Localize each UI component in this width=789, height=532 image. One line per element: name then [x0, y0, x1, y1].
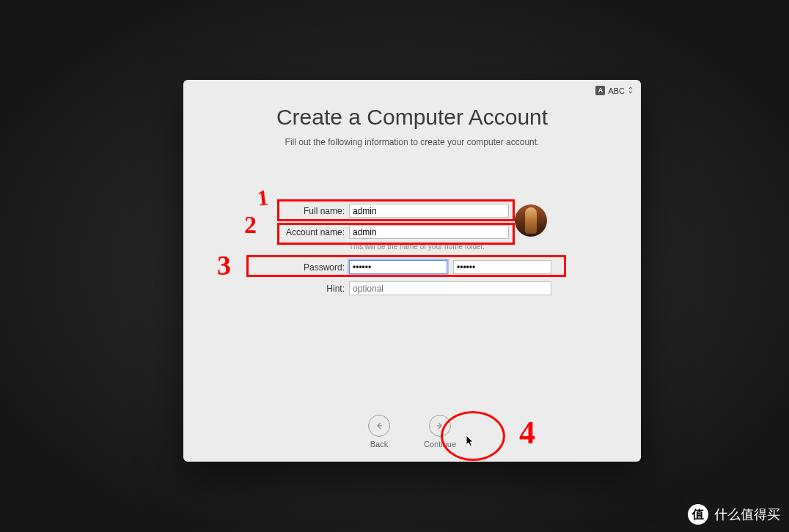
- site-watermark: 值 什么值得买: [688, 504, 780, 525]
- label-account-name: Account name:: [183, 227, 349, 237]
- page-subtitle: Fill out the following information to cr…: [183, 137, 641, 147]
- label-full-name: Full name:: [183, 206, 349, 216]
- back-label: Back: [370, 440, 388, 448]
- mouse-cursor-icon: [466, 435, 476, 448]
- arrow-left-icon: [368, 415, 390, 437]
- user-avatar[interactable]: [515, 204, 547, 237]
- page-title: Create a Computer Account: [183, 80, 641, 130]
- chevron-updown-icon: [628, 86, 634, 95]
- account-name-helper: This will be the name of your home folde…: [349, 243, 641, 251]
- continue-label: Continue: [424, 440, 456, 448]
- account-form: Full name: Account name: This will be th…: [183, 203, 641, 302]
- input-source-icon: A: [595, 86, 605, 95]
- account-name-field[interactable]: [349, 225, 509, 239]
- arrow-right-icon: [429, 415, 451, 437]
- row-full-name: Full name:: [183, 203, 641, 218]
- watermark-badge-icon: 值: [688, 504, 708, 525]
- row-account-name: Account name:: [183, 224, 641, 240]
- nav-buttons: Back Continue: [183, 415, 641, 448]
- row-password: Password:: [183, 259, 641, 275]
- label-password: Password:: [183, 262, 349, 273]
- label-hint: Hint:: [183, 284, 349, 294]
- row-hint: Hint:: [183, 281, 641, 296]
- watermark-text: 什么值得买: [714, 506, 780, 523]
- hint-field[interactable]: [349, 281, 551, 295]
- password-verify-field[interactable]: [453, 260, 551, 274]
- full-name-field[interactable]: [349, 204, 509, 218]
- password-field[interactable]: [349, 260, 447, 274]
- input-source-indicator[interactable]: A ABC: [595, 86, 634, 95]
- back-button[interactable]: Back: [368, 415, 390, 448]
- continue-button[interactable]: Continue: [424, 415, 456, 448]
- setup-assistant-window: A ABC Create a Computer Account Fill out…: [183, 80, 641, 462]
- input-source-label: ABC: [608, 86, 625, 95]
